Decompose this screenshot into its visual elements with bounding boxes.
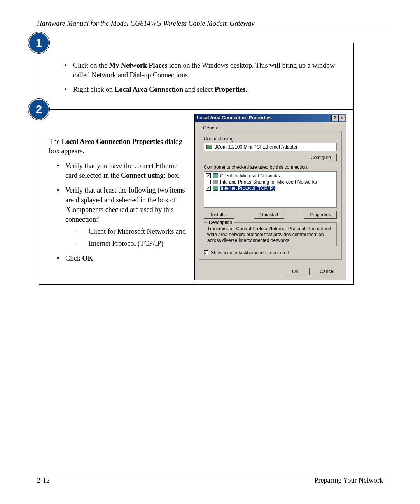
page-number: 2-12 [37, 476, 50, 485]
show-icon-row[interactable]: ✓ Show icon in taskbar when connected [204, 250, 337, 256]
text: Verify that at least the following two i… [65, 186, 185, 224]
install-button[interactable]: Install... [204, 211, 234, 219]
step-1-item-2: Right click on Local Area Connection and… [65, 85, 344, 94]
text: box. [166, 172, 180, 179]
configure-button[interactable]: Configure [305, 154, 337, 161]
step-1-badge: 1 [28, 32, 49, 53]
step-1-list: Click on the My Network Places icon on t… [49, 61, 344, 95]
close-button[interactable]: × [338, 115, 345, 121]
components-label: Components checked are used by this conn… [204, 164, 337, 170]
bold: Local Area Connection Properties [61, 138, 163, 145]
dialog-title: Local Area Connection Properties [197, 115, 331, 121]
text: Click [65, 254, 82, 262]
sub-item-2: Internet Protocol (TCP/IP) [77, 239, 192, 248]
component-tcpip[interactable]: ✓ Internet Protocol (TCP/IP) [205, 185, 335, 191]
component-client[interactable]: ✓ Client for Microsoft Networks [205, 173, 335, 179]
text: The [49, 138, 61, 145]
step-2-intro: The Local Area Connection Properties dia… [49, 137, 192, 156]
dialog-footer: OK Cancel [195, 264, 346, 280]
bold: Connect using: [121, 172, 166, 179]
step-2-sublist: Client for Microsoft Networks and Intern… [65, 227, 192, 248]
component-buttons: Install... Uninstall Properties [204, 211, 337, 219]
file-printer-icon [213, 180, 218, 184]
bold: Properties [215, 86, 246, 93]
description-text: Transmission Control Protocol/Internet P… [207, 226, 333, 243]
text: . [245, 86, 247, 93]
component-file-printer[interactable]: File and Printer Sharing for Microsoft N… [205, 179, 335, 185]
bold: Local Area Connection [115, 86, 184, 93]
dialog-titlebar[interactable]: Local Area Connection Properties ? × [195, 114, 346, 122]
bold: My Network Places [109, 61, 168, 69]
steps-table: 1 Click on the My Network Places icon on… [39, 43, 354, 285]
bold: OK [82, 254, 93, 262]
component-label: Client for Microsoft Networks [220, 173, 280, 178]
step-2-right: Local Area Connection Properties ? × Gen… [194, 109, 354, 284]
footer-rule [37, 474, 383, 474]
sub-item-1: Client for Microsoft Networks and [77, 227, 192, 236]
page-header: Hardware Manual for the Model CG814WG Wi… [37, 19, 383, 28]
properties-button[interactable]: Properties [304, 211, 337, 219]
checkbox-icon[interactable]: ✓ [204, 250, 208, 255]
step-2-item-2: Verify that at least the following two i… [57, 186, 192, 249]
uninstall-button[interactable]: Uninstall [254, 211, 284, 219]
step-1-cell: 1 Click on the My Network Places icon on… [39, 43, 354, 110]
component-label-selected: Internet Protocol (TCP/IP) [220, 186, 275, 191]
description-legend: Description [207, 220, 234, 225]
text: . [93, 254, 95, 262]
help-button[interactable]: ? [331, 115, 338, 121]
section-title: Preparing Your Network [315, 476, 383, 485]
header-rule [37, 31, 383, 31]
connect-using-label: Connect using: [204, 136, 337, 142]
tab-general[interactable]: General [199, 124, 224, 131]
tab-page: Connect using: 3Com 10/100 Mini PCI Ethe… [199, 131, 342, 260]
cancel-button[interactable]: Cancel [313, 268, 341, 275]
step-2-left: 2 The Local Area Connection Properties d… [39, 109, 194, 284]
adapter-field[interactable]: 3Com 10/100 Mini PCI Ethernet Adapter [204, 143, 337, 151]
dialog-window: Local Area Connection Properties ? × Gen… [194, 114, 346, 280]
dialog-body: General Connect using: 3Com 10/100 Mini … [195, 122, 346, 264]
text: and select [183, 86, 214, 93]
description-group: Description Transmission Control Protoco… [204, 222, 337, 246]
show-icon-label: Show icon in taskbar when connected [211, 250, 289, 256]
nic-icon [206, 145, 212, 149]
step-2-badge: 2 [28, 99, 49, 120]
text: Right click on [73, 86, 115, 93]
adapter-name: 3Com 10/100 Mini PCI Ethernet Adapter [214, 144, 298, 150]
step-1-item-1: Click on the My Network Places icon on t… [65, 61, 344, 80]
step-2-item-1: Verify that you have the correct Etherne… [57, 161, 192, 180]
client-icon [213, 173, 218, 178]
checkbox-icon[interactable]: ✓ [206, 186, 211, 191]
step-2-list: Verify that you have the correct Etherne… [49, 161, 192, 263]
checkbox-icon[interactable]: ✓ [206, 173, 211, 178]
text: Click on the [73, 61, 109, 69]
page-footer: 2-12 Preparing Your Network [37, 474, 383, 485]
step-2-item-3: Click OK. [57, 254, 192, 263]
tcpip-icon [213, 186, 218, 191]
components-list[interactable]: ✓ Client for Microsoft Networks File and… [204, 171, 337, 208]
ok-button[interactable]: OK [282, 268, 310, 275]
checkbox-icon[interactable] [206, 180, 211, 184]
component-label: File and Printer Sharing for Microsoft N… [220, 179, 317, 185]
